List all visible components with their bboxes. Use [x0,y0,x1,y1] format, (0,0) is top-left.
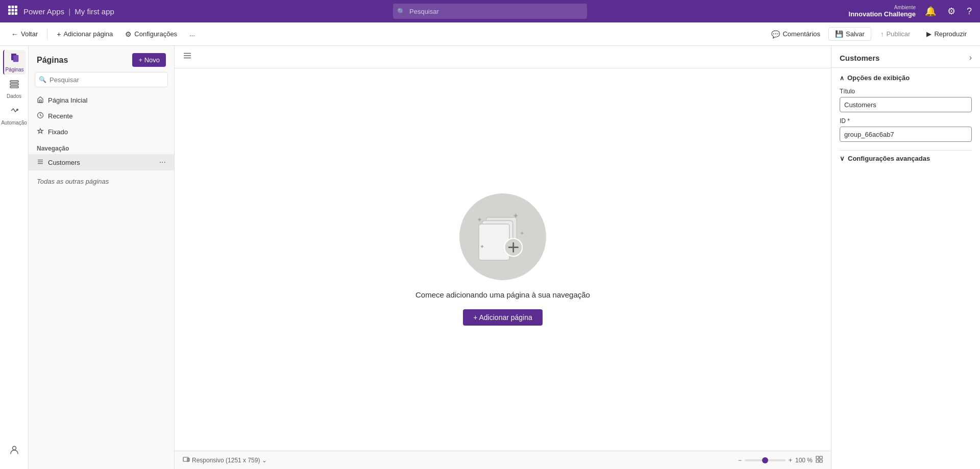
svg-rect-16 [39,100,41,102]
id-field-group: ID * [840,117,972,142]
zoom-percent: 100 % [795,457,813,464]
sidebar-item-automation[interactable]: Automação [3,103,26,128]
responsive-icon [183,456,190,464]
id-field-label: ID * [840,117,972,125]
customers-ellipsis[interactable]: ··· [159,158,166,167]
sidebar-item-data[interactable]: Dados [3,77,26,101]
top-nav: Power Apps | My first app 🔍 Ambiente Inn… [0,0,980,22]
right-panel-header: Customers › [831,46,980,68]
play-icon: ▶ [926,30,932,38]
id-field-input[interactable] [840,127,972,142]
sidebar-item-pages[interactable]: Páginas [3,50,26,75]
add-icon: + [57,30,61,38]
preview-canvas: ✦ ✦ ✦ ✦ Comece adicionando uma página à … [175,46,831,469]
sidebar-item-profile[interactable] [3,438,26,463]
toolbar-separator [47,29,47,40]
save-button[interactable]: 💾 Salvar [828,27,871,41]
svg-rect-8 [15,12,17,15]
nav-item-home[interactable]: Página Inicial [29,92,174,108]
svg-rect-5 [15,9,17,11]
automation-icon [9,106,19,118]
advanced-config-toggle[interactable]: ∨ Configurações avançadas [840,150,972,162]
zoom-thumb [762,457,768,463]
adv-config-chevron: ∨ [840,155,845,162]
svg-rect-0 [8,6,11,8]
preview-top-bar [175,46,831,68]
title-field-input[interactable] [840,97,972,112]
save-icon: 💾 [835,30,843,38]
app-title: Power Apps | My first app [23,7,114,16]
svg-rect-11 [10,81,18,82]
svg-rect-39 [820,460,822,462]
add-page-button[interactable]: + Adicionar página [52,27,118,41]
settings-button[interactable]: ⚙ Configurações [120,27,182,41]
svg-rect-37 [820,456,822,459]
svg-rect-12 [10,83,18,85]
hamburger-icon[interactable] [183,51,192,63]
comments-button[interactable]: 💬 Comentários [766,27,825,41]
help-icon[interactable]: ? [965,4,974,19]
back-arrow-icon: ← [11,30,18,38]
zoom-minus[interactable]: − [738,457,742,464]
notifications-icon[interactable]: 🔔 [923,4,938,19]
canvas-empty-text: Comece adicionando uma página à sua nave… [415,290,590,299]
preview-bottom-bar: Responsivo (1251 x 759) ⌄ − + 100 % [175,451,831,469]
svg-text:✦: ✦ [520,230,524,236]
gear-icon: ⚙ [125,30,132,38]
profile-icon [9,445,19,457]
top-nav-right: Ambiente Innovation Challenge 🔔 ⚙ ? [849,4,974,19]
pages-panel: Páginas + Novo 🔍 Página Inicial [29,46,175,469]
publish-icon: ↑ [880,30,884,38]
zoom-plus[interactable]: + [789,457,792,464]
responsive-chevron[interactable]: ⌄ [262,457,267,464]
play-button[interactable]: ▶ Reproduzir [919,28,974,40]
nav-item-pinned[interactable]: Fixado [29,124,174,140]
search-icon: 🔍 [397,8,405,15]
publish-button[interactable]: ↑ Publicar [874,28,916,40]
adv-config-label: Configurações avançadas [848,155,930,162]
responsive-label: Responsivo (1251 x 759) [192,457,260,464]
bottom-bar-right: − + 100 % [738,456,823,464]
right-panel-close-icon[interactable]: › [969,53,972,62]
right-panel-body: ∧ Opções de exibição Título ID * ∨ Confi… [831,68,980,168]
comment-icon: 💬 [771,30,780,38]
grid-icon[interactable] [816,456,823,464]
display-options-section: ∧ Opções de exibição Título ID * [840,74,972,142]
customers-nav-item[interactable]: Customers ··· [29,154,174,170]
toolbar-right: 💬 Comentários 💾 Salvar ↑ Publicar ▶ Repr… [766,27,974,41]
recent-icon [37,112,44,120]
pages-search-icon: 🔍 [39,76,46,83]
svg-rect-10 [13,55,18,62]
back-button[interactable]: ← Voltar [6,27,43,41]
waffle-icon[interactable] [6,4,19,19]
main-layout: Páginas Dados Automação [0,46,980,469]
pages-search-wrap: 🔍 [35,72,168,87]
zoom-slider[interactable] [745,459,786,461]
svg-text:✦: ✦ [477,216,482,224]
settings-icon[interactable]: ⚙ [945,4,958,19]
more-options-button[interactable]: ... [184,27,200,41]
canvas-add-page-button[interactable]: + Adicionar página [463,309,543,326]
new-button[interactable]: + Novo [132,53,166,67]
display-options-toggle[interactable]: ∧ Opções de exibição [840,74,972,82]
search-bar: 🔍 [393,4,587,19]
svg-rect-7 [12,12,14,15]
pinned-icon [37,128,44,136]
search-input[interactable] [393,4,587,19]
svg-rect-3 [8,9,11,11]
customers-item-left: Customers [37,158,80,167]
display-options-chevron: ∧ [840,75,844,82]
svg-text:✦: ✦ [480,243,484,250]
nav-section-label: Navegação [29,140,174,154]
svg-rect-13 [10,86,18,88]
bottom-bar-left: Responsivo (1251 x 759) ⌄ [183,456,267,464]
nav-item-recent[interactable]: Recente [29,108,174,124]
pages-icon [10,53,20,65]
pages-search-input[interactable] [35,72,168,87]
svg-rect-36 [816,456,819,459]
pages-panel-title: Páginas [37,56,68,65]
other-pages-section: Todas as outras páginas [29,170,174,188]
svg-rect-26 [479,224,509,260]
data-icon [9,79,19,92]
svg-rect-2 [15,6,17,8]
